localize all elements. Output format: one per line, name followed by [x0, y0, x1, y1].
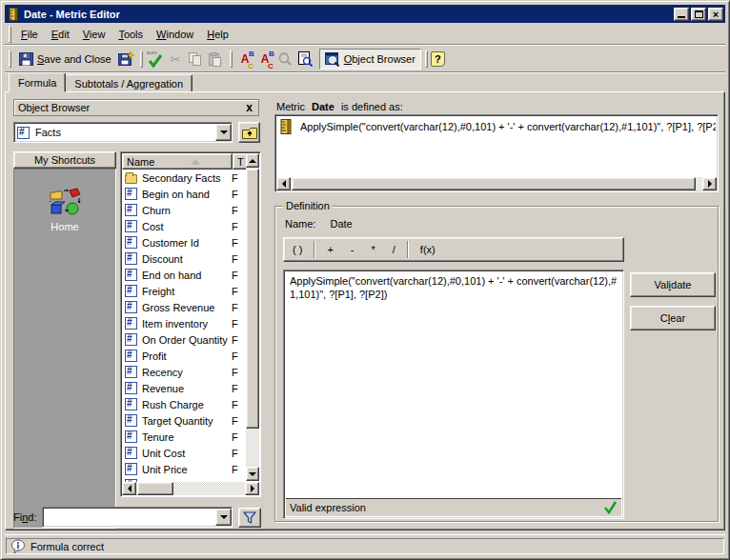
save-and-close-button[interactable]: Save and Close — [14, 49, 116, 70]
arrow-right-icon — [251, 485, 254, 492]
list-item[interactable]: Rush Charge F — [123, 396, 248, 412]
object-name: On Order Quantity — [142, 334, 232, 346]
menu-help[interactable]: Help — [200, 27, 235, 42]
abc-replace-icon[interactable]: A B C — [256, 50, 274, 69]
scroll-right-button[interactable] — [702, 177, 717, 190]
preview-horizontal-scrollbar[interactable] — [276, 177, 717, 190]
title-bar[interactable]: Date - Metric Editor × — [5, 5, 725, 23]
scroll-left-button[interactable] — [276, 177, 291, 190]
object-icon — [125, 301, 137, 313]
object-name: Cost — [142, 221, 232, 232]
menu-view[interactable]: View — [76, 27, 112, 42]
tab-formula[interactable]: Formula — [9, 72, 66, 92]
menu-bar: File Edit View Tools Window Help — [5, 25, 725, 45]
operator-multiply-button[interactable]: * — [363, 241, 384, 258]
menu-window[interactable]: Window — [150, 27, 200, 42]
list-item[interactable]: Target Quantity F — [123, 412, 248, 429]
arrow-down-icon — [249, 472, 256, 476]
object-name: Begin on hand — [142, 189, 232, 200]
toolbar-grip[interactable] — [230, 50, 233, 68]
scroll-up-button[interactable] — [246, 153, 259, 168]
folder-up-icon — [242, 127, 257, 139]
list-item[interactable]: Gross Revenue F — [123, 299, 248, 315]
vertical-scrollbar[interactable] — [246, 153, 259, 481]
home-icon[interactable] — [48, 187, 82, 219]
panel-close-button[interactable]: x — [244, 103, 254, 112]
list-item[interactable]: Unit Price F — [123, 461, 248, 477]
object-type-combobox[interactable]: Facts — [13, 122, 233, 143]
operator-plus-button[interactable]: + — [318, 241, 341, 258]
filter-button[interactable] — [238, 508, 261, 528]
operator-divide-button[interactable]: / — [384, 241, 404, 258]
toolbar-grip[interactable] — [140, 50, 143, 68]
preview-search-icon[interactable] — [296, 50, 314, 69]
list-item[interactable]: Customer Id F — [123, 234, 248, 250]
list-item[interactable]: Secondary Facts F — [123, 170, 248, 186]
menu-tools[interactable]: Tools — [112, 27, 150, 42]
object-browser-toggle[interactable]: Object Browser — [319, 49, 421, 70]
scroll-down-button[interactable] — [246, 467, 259, 481]
maximize-button[interactable] — [691, 8, 706, 21]
object-browser-icon — [325, 52, 340, 67]
facts-list-rows: Secondary Facts F Begin on hand F Churn — [123, 170, 248, 484]
horizontal-scrollbar[interactable] — [122, 482, 259, 495]
list-item[interactable]: Begin on hand F — [123, 186, 248, 202]
scrollbar-thumb[interactable] — [137, 482, 173, 495]
list-item[interactable]: End on hand F — [123, 267, 248, 283]
check-formula-icon[interactable]: sum — [147, 50, 165, 69]
function-fx-button[interactable]: f(x) — [412, 241, 444, 258]
list-item[interactable]: On Order Quantity F — [123, 331, 248, 348]
menu-file[interactable]: File — [14, 27, 45, 42]
list-item[interactable]: Discount F — [123, 250, 248, 267]
formula-editor[interactable]: ApplySimple("convert(varchar(12),#0,101)… — [286, 272, 621, 497]
operator-parentheses-button[interactable]: ( ) — [284, 241, 311, 258]
tab-subtotals-aggregation[interactable]: Subtotals / Aggregation — [65, 74, 193, 92]
object-browser-header: Object Browser x — [13, 99, 259, 116]
save-as-icon[interactable] — [117, 50, 135, 69]
list-item[interactable]: Churn F — [123, 202, 248, 218]
help-icon[interactable]: ? — [431, 51, 445, 67]
abc-rename-icon[interactable]: A B C — [236, 50, 254, 69]
info-bubble-icon — [10, 539, 26, 554]
object-type: F — [232, 448, 247, 459]
list-item[interactable]: Recency F — [123, 364, 248, 380]
validate-button[interactable]: Validate — [630, 272, 716, 297]
scroll-right-button[interactable] — [245, 482, 259, 495]
clear-button[interactable]: Clear — [630, 306, 716, 330]
toolbar-grip[interactable] — [9, 50, 11, 68]
combobox-arrow-button[interactable] — [215, 124, 232, 141]
list-item[interactable]: Revenue F — [123, 380, 248, 396]
scrollbar-thumb[interactable] — [292, 177, 696, 190]
shortcut-home[interactable]: Home — [51, 221, 78, 232]
minimize-button[interactable] — [674, 8, 689, 21]
menu-edit[interactable]: Edit — [45, 27, 76, 42]
scroll-left-button[interactable] — [122, 482, 136, 495]
list-item[interactable]: Profit F — [123, 348, 248, 364]
list-item[interactable]: Cost F — [123, 218, 248, 234]
menubar-grip[interactable] — [9, 26, 11, 43]
list-header-name[interactable]: Name — [122, 153, 233, 170]
close-button[interactable]: × — [708, 8, 723, 21]
operator-minus-button[interactable]: - — [342, 241, 363, 258]
definition-groupbox: Definition Name: Date ( ) + - * / f(x) A… — [274, 206, 719, 522]
object-name: Secondary Facts — [142, 172, 232, 184]
refresh-search-icon — [276, 50, 294, 69]
scrollbar-thumb[interactable] — [246, 169, 259, 429]
close-icon: × — [713, 10, 719, 19]
list-item[interactable]: Freight F — [123, 283, 248, 299]
object-icon — [125, 174, 137, 184]
object-type: F — [232, 205, 247, 216]
folder-up-button[interactable] — [238, 122, 260, 143]
object-icon — [125, 463, 137, 475]
list-item[interactable]: Tenure F — [123, 429, 248, 445]
cut-icon: ✂ — [167, 50, 185, 69]
formula-preview-box[interactable]: ApplySimple("convert(varchar(12),#0,101)… — [274, 114, 719, 192]
find-combobox-arrow[interactable] — [215, 509, 232, 526]
list-item[interactable]: Unit Cost F — [123, 445, 248, 461]
my-shortcuts-header[interactable]: My Shortcuts — [13, 151, 116, 169]
toolbar-grip[interactable] — [425, 50, 428, 68]
object-name: Recency — [142, 367, 232, 378]
object-type: F — [232, 253, 247, 265]
find-combobox[interactable] — [42, 507, 233, 528]
list-item[interactable]: Item inventory F — [123, 315, 248, 331]
